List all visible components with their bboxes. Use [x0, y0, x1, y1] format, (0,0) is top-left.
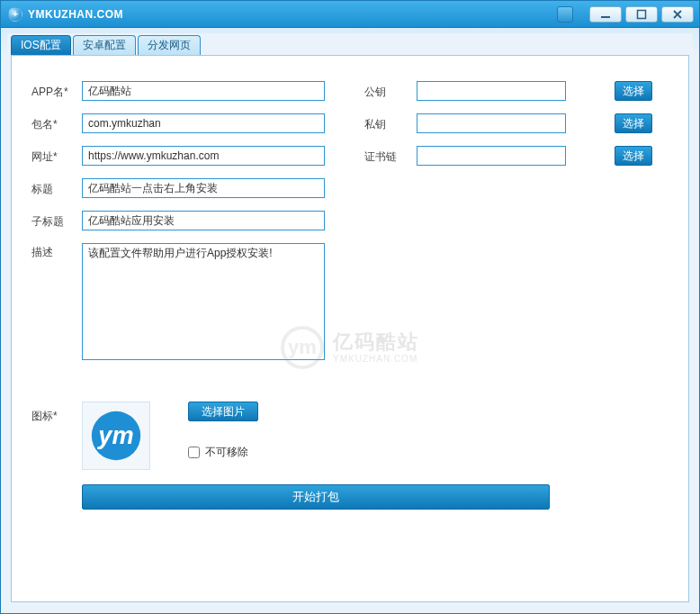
desc-label: 描述 [31, 243, 82, 260]
icon-thumbnail: ym [82, 402, 150, 470]
not-removable-checkbox[interactable] [188, 447, 200, 458]
title-label: 标题 [31, 180, 82, 197]
app-window: YMKUZHAN.COM IOS配置 安卓配置 分发网页 ym 亿码酷站 YMK… [0, 0, 700, 614]
tab-android-config[interactable]: 安卓配置 [73, 35, 136, 55]
close-button[interactable] [661, 6, 694, 23]
package-label: 包名* [31, 115, 82, 132]
titlebar[interactable]: YMKUZHAN.COM [1, 1, 699, 28]
desc-textarea[interactable] [82, 243, 325, 360]
tray-icon[interactable] [557, 6, 573, 23]
prikey-label: 私钥 [364, 115, 408, 132]
client-area: IOS配置 安卓配置 分发网页 ym 亿码酷站 YMKUZHAN.COM APP… [7, 33, 693, 606]
certchain-select-button[interactable]: 选择 [615, 146, 652, 166]
select-image-button[interactable]: 选择图片 [188, 402, 258, 421]
app-name-input[interactable] [82, 81, 325, 101]
certchain-input[interactable] [417, 146, 566, 166]
not-removable-checkbox-row[interactable]: 不可移除 [188, 445, 258, 460]
tab-distribute-web[interactable]: 分发网页 [138, 35, 201, 55]
svg-rect-0 [601, 16, 610, 18]
certchain-label: 证书链 [364, 148, 408, 165]
ios-config-panel: ym 亿码酷站 YMKUZHAN.COM APP名* 包名* [11, 55, 689, 602]
subtitle-input[interactable] [82, 211, 325, 230]
window-title: YMKUZHAN.COM [28, 8, 123, 21]
maximize-button[interactable] [625, 6, 658, 23]
tab-bar: IOS配置 安卓配置 分发网页 [7, 33, 693, 55]
app-icon [8, 7, 22, 22]
pubkey-select-button[interactable]: 选择 [615, 81, 652, 101]
url-label: 网址* [31, 148, 82, 165]
prikey-input[interactable] [417, 113, 566, 133]
title-input[interactable] [82, 178, 325, 198]
start-build-button[interactable]: 开始打包 [82, 484, 550, 510]
subtitle-label: 子标题 [31, 212, 82, 230]
app-name-label: APP名* [31, 83, 82, 100]
tab-ios-config[interactable]: IOS配置 [11, 35, 71, 55]
pubkey-label: 公钥 [364, 83, 408, 100]
icon-label: 图标* [31, 402, 82, 424]
svg-text:ym: ym [96, 421, 133, 449]
url-input[interactable] [82, 146, 325, 166]
not-removable-label: 不可移除 [205, 445, 248, 460]
pubkey-input[interactable] [417, 81, 566, 101]
package-input[interactable] [82, 113, 325, 133]
svg-rect-1 [638, 10, 646, 18]
minimize-button[interactable] [589, 6, 622, 23]
prikey-select-button[interactable]: 选择 [615, 113, 652, 133]
